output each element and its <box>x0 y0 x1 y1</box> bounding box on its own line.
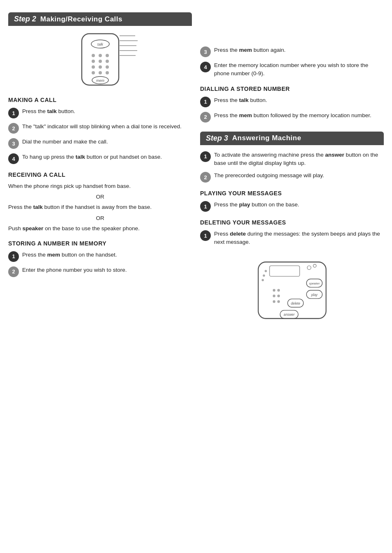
receiving-para3: Push speaker on the base to use the spea… <box>8 224 192 233</box>
storing-continued: 3 Press the mem button again. 4 Enter th… <box>200 46 384 78</box>
svg-point-11 <box>106 54 109 57</box>
storing-step-3-text: Press the mem button again. <box>214 46 384 54</box>
handset-illustration: talk mem <box>8 32 192 89</box>
svg-text:mem: mem <box>96 79 105 83</box>
dialling-step-num-2: 2 <box>200 112 211 123</box>
receiving-para2: Press the talk button if the handset is … <box>8 203 192 211</box>
deleting-step-1-text: Press delete during the messages: the sy… <box>214 230 384 247</box>
svg-point-35 <box>307 266 311 269</box>
dialling-step-num-1: 1 <box>200 97 211 107</box>
playing-step-1: 1 Press the play button on the base. <box>200 201 384 212</box>
playing-step-1-text: Press the play button on the base. <box>214 201 384 209</box>
storing-step-2-text: Enter the phone number you wish to store… <box>22 266 192 274</box>
svg-point-36 <box>313 264 316 267</box>
svg-point-4 <box>92 60 95 63</box>
step2-header: Step 2 Making/Receiving Calls <box>8 12 192 26</box>
svg-text:answer: answer <box>284 313 295 317</box>
deleting-step-num-1: 1 <box>200 230 211 241</box>
dialling-stored-heading: DIALLING A STORED NUMBER <box>200 86 384 92</box>
svg-point-12 <box>106 60 109 63</box>
receiving-a-call-heading: RECEIVING A CALL <box>8 171 192 178</box>
svg-text:speaker: speaker <box>309 282 320 285</box>
svg-text:play: play <box>311 293 318 296</box>
storing-step-4-text: Enter the memory location number where y… <box>214 61 384 78</box>
step3-title: Answering Machine <box>232 134 301 142</box>
svg-text:delete: delete <box>291 301 300 305</box>
or-divider-1: OR <box>8 194 192 200</box>
storing-step-4: 4 Enter the memory location number where… <box>200 61 384 78</box>
making-step-3: 3 Dial the number and make the call. <box>8 138 192 149</box>
svg-point-3 <box>92 54 95 57</box>
dialling-step-1-text: Press the talk button. <box>214 96 384 104</box>
making-step-1-text: Press the talk button. <box>22 107 192 116</box>
svg-point-13 <box>106 65 109 69</box>
svg-point-10 <box>99 71 102 74</box>
svg-point-39 <box>272 294 275 297</box>
storing-step-num-3: 3 <box>200 46 211 57</box>
answering-step-num-1: 1 <box>200 151 211 162</box>
left-column: Step 2 Making/Receiving Calls talk <box>8 12 192 335</box>
storing-step-1: 1 Press the mem button on the handset. <box>8 251 192 262</box>
storing-step-num-2: 2 <box>8 266 19 277</box>
storing-step-num-4: 4 <box>200 62 211 72</box>
storing-step-2: 2 Enter the phone number you wish to sto… <box>8 266 192 277</box>
deleting-step-1: 1 Press delete during the messages: the … <box>200 230 384 247</box>
storing-step-num-1: 1 <box>8 251 19 262</box>
svg-point-37 <box>272 289 275 291</box>
answering-step-1: 1 To activate the answering machine pres… <box>200 151 384 168</box>
base-phone-svg: speaker play delete answer <box>247 253 337 327</box>
storing-memory-heading: STORING A NUMBER IN MEMORY <box>8 240 192 247</box>
svg-point-41 <box>272 300 275 303</box>
step2-label: Step 2 <box>14 15 36 23</box>
making-step-2-text: The "talk" indicator will stop blinking … <box>22 123 192 131</box>
step-num-4: 4 <box>8 153 19 164</box>
playing-step-num-1: 1 <box>200 201 211 212</box>
storing-step-1-text: Press the mem button on the handset. <box>22 251 192 259</box>
handset-svg: talk mem <box>57 32 143 89</box>
or-divider-2: OR <box>8 215 192 221</box>
svg-rect-0 <box>82 34 119 85</box>
making-step-1: 1 Press the talk button. <box>8 107 192 118</box>
svg-point-40 <box>277 294 279 297</box>
page: Step 2 Making/Receiving Calls talk <box>0 0 392 347</box>
receiving-para1: When the phone rings pick up handset fro… <box>8 182 192 190</box>
dialling-step-2: 2 Press the mem button followed by the m… <box>200 111 384 123</box>
step2-title: Making/Receiving Calls <box>40 15 122 23</box>
answering-step-2: 2 The prerecorded outgoing message will … <box>200 171 384 183</box>
making-step-3-text: Dial the number and make the call. <box>22 138 192 146</box>
svg-point-7 <box>99 54 102 57</box>
dialling-step-1: 1 Press the talk button. <box>200 96 384 107</box>
svg-point-25 <box>263 274 265 277</box>
deleting-messages-heading: DELETING YOUR MESSAGES <box>200 219 384 226</box>
svg-point-42 <box>277 300 279 303</box>
svg-rect-23 <box>270 266 300 276</box>
storing-step-3: 3 Press the mem button again. <box>200 46 384 57</box>
dialling-step-2-text: Press the mem button followed by the mem… <box>214 111 384 120</box>
step3-label: Step 3 <box>206 134 228 143</box>
right-column: 3 Press the mem button again. 4 Enter th… <box>200 12 384 335</box>
svg-point-6 <box>92 71 95 74</box>
making-a-call-heading: MAKING A CALL <box>8 97 192 103</box>
making-step-4-text: To hang up press the talk button or put … <box>22 153 192 161</box>
playing-messages-heading: PLAYING YOUR MESSAGES <box>200 190 384 197</box>
svg-text:talk: talk <box>97 42 103 46</box>
answering-step-num-2: 2 <box>200 172 211 183</box>
answering-step-2-text: The prerecorded outgoing message will pl… <box>214 171 384 180</box>
step-num-3: 3 <box>8 138 19 149</box>
svg-point-5 <box>92 65 95 69</box>
svg-point-8 <box>99 60 102 63</box>
making-step-2: 2 The "talk" indicator will stop blinkin… <box>8 123 192 134</box>
svg-point-38 <box>277 289 279 291</box>
step-num-2: 2 <box>8 123 19 134</box>
making-step-4: 4 To hang up press the talk button or pu… <box>8 153 192 164</box>
base-illustration: speaker play delete answer <box>200 253 384 327</box>
svg-point-14 <box>106 71 109 74</box>
answering-step-1-text: To activate the answering machine press … <box>214 151 384 168</box>
svg-point-9 <box>99 65 102 69</box>
step3-header: Step 3 Answering Machine <box>200 132 384 145</box>
svg-point-24 <box>265 270 267 272</box>
step-num-1: 1 <box>8 108 19 118</box>
svg-point-26 <box>261 279 264 281</box>
